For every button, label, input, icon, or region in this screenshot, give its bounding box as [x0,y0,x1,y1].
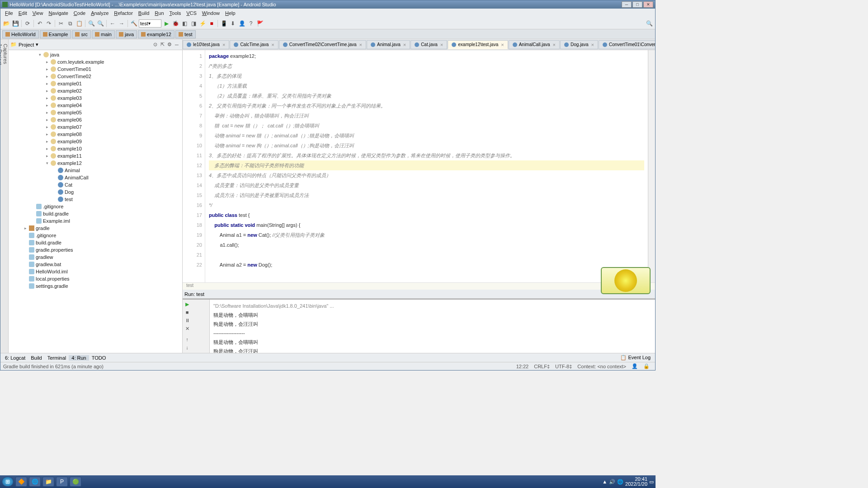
line-separator[interactable]: CRLF‡ [531,364,552,369]
tab-close-icon[interactable]: × [359,42,362,47]
menu-vcs[interactable]: VCS [184,10,199,16]
taskbar[interactable]: ⊞ 🔶 🌐 📁 P 🟢 ▲ 🔊 🌐 20:41 2022/1/20 ▭ [0,475,656,488]
menu-navigate[interactable]: Navigate [46,10,71,16]
close-button[interactable]: ✕ [643,1,653,8]
tree-node[interactable]: ▸example03 [9,94,182,102]
project-tab[interactable]: 1: Project [0,44,3,348]
editor-tab[interactable]: AnimalCall.java× [509,40,560,49]
redo-icon[interactable]: ↷ [45,19,53,28]
editor-crumb[interactable]: test [183,282,655,290]
tab-close-icon[interactable]: × [591,42,594,47]
menu-run[interactable]: Run [152,10,166,16]
tray-icon[interactable]: 🔊 [609,479,615,485]
breadcrumb-item[interactable]: test [175,30,196,38]
editor-tab[interactable]: le10\test.java× [183,40,229,49]
run-config-combo[interactable]: test ▾ [139,19,161,28]
tree-node[interactable]: ▸example09 [9,138,182,145]
menu-code[interactable]: Code [71,10,88,16]
project-mode-label[interactable]: Project [19,42,34,47]
tree-node[interactable]: ▸example11 [9,152,182,160]
taskbar-app-1[interactable]: 🔶 [15,477,27,487]
tree-node[interactable]: gradlew [9,253,182,261]
cursor-position[interactable]: 12:22 [514,364,532,369]
tree-node[interactable]: Example.iml [9,217,182,225]
hide-panel-icon[interactable]: ─ [173,41,180,48]
taskbar-chrome[interactable]: 🌐 [29,477,41,487]
tree-node[interactable]: settings.gradle [9,282,182,290]
stop-icon[interactable]: ■ [208,19,216,28]
file-encoding[interactable]: UTF-8‡ [552,364,575,369]
open-icon[interactable]: 📂 [2,19,10,28]
replace-icon[interactable]: 🔍 [96,19,104,28]
context-label[interactable]: Context: <no context> [575,364,629,369]
forward-icon[interactable]: → [118,19,126,28]
tree-node[interactable]: local.properties [9,275,182,282]
menu-window[interactable]: Window [199,10,222,16]
layout-icon[interactable]: 👤 [238,19,246,28]
taskbar-explorer[interactable]: 📁 [42,477,54,487]
stop-run-icon[interactable]: ■ [184,309,191,316]
tree-node[interactable]: build.gradle [9,210,182,217]
bottom-tab[interactable]: 6: Logcat [2,355,28,361]
tree-node[interactable]: .gitignore [9,203,182,210]
pause-icon[interactable]: ⏸ [184,317,191,324]
back-icon[interactable]: ← [108,19,117,28]
tree-node[interactable]: Cat [9,181,182,188]
floating-widget[interactable] [601,267,651,294]
tree-node[interactable]: ▸com.leyutek.example [9,58,182,66]
editor-scrollbar[interactable] [648,50,655,282]
tab-close-icon[interactable]: × [501,42,504,47]
menu-edit[interactable]: Edit [16,10,30,16]
run-header-label[interactable]: Run: test [184,291,204,297]
rerun-icon[interactable]: ▶ [184,300,191,308]
tab-close-icon[interactable]: × [222,42,225,47]
breadcrumb-item[interactable]: java [116,30,137,38]
breadcrumb-item[interactable]: main [92,30,115,38]
menu-refactor[interactable]: Refactor [111,10,136,16]
paste-icon[interactable]: 📋 [75,19,83,28]
tab-close-icon[interactable]: × [440,42,443,47]
tree-node[interactable]: ▸example05 [9,109,182,116]
code-editor[interactable]: 12345678910111213141516▶17▶1819202122 pa… [183,50,655,282]
editor-tab[interactable]: ConvertTime01\ConvertTime.java× [599,40,655,49]
system-tray[interactable]: ▲ 🔊 🌐 20:41 2022/1/20 ▭ [602,477,654,487]
build-icon[interactable]: 🔨 [130,19,138,28]
minimize-button[interactable]: ─ [622,1,632,8]
captures-tab[interactable]: Captures [3,44,8,348]
avd-icon[interactable]: 📱 [220,19,228,28]
apply-icon[interactable]: ⚡ [198,19,207,28]
menu-build[interactable]: Build [136,10,152,16]
bottom-tab[interactable]: Terminal [45,355,69,361]
tab-close-icon[interactable]: × [403,42,406,47]
attach-icon[interactable]: ◨ [189,19,198,28]
tree-node[interactable]: AnimalCall [9,174,182,181]
tree-node[interactable]: build.gradle [9,239,182,246]
stop2-icon[interactable]: 🚩 [256,19,264,28]
menu-view[interactable]: View [30,10,46,16]
menu-file[interactable]: File [2,10,16,16]
tree-node[interactable]: ▸example07 [9,123,182,131]
panel-settings-icon[interactable]: ⚙ [166,41,173,48]
editor-tab[interactable]: Dog.java× [560,40,598,49]
maximize-button[interactable]: □ [632,1,642,8]
breadcrumb-item[interactable]: example12 [138,30,175,38]
tree-node[interactable]: ▸example06 [9,116,182,123]
project-tree[interactable]: ▾java▸com.leyutek.example▸ConvertTime01▸… [9,50,182,353]
tree-node[interactable]: Animal [9,167,182,174]
tree-node[interactable]: ▾example12 [9,160,182,167]
tree-node[interactable]: ▸example04 [9,102,182,109]
find-icon[interactable]: 🔍 [87,19,95,28]
collapse-all-icon[interactable]: ⇱ [159,41,166,48]
editor-tab[interactable]: ConvertTime02\ConvertTime.java× [279,40,366,49]
breadcrumb-item[interactable]: src [72,30,91,38]
tree-node[interactable]: ▾java [9,51,182,58]
bottom-tab[interactable]: TODO [89,355,109,361]
undo-icon[interactable]: ↶ [36,19,44,28]
editor-tab[interactable]: CalcTime.java× [230,40,278,49]
editor-tab[interactable]: Cat.java× [410,40,447,49]
debug-icon[interactable]: 🐞 [171,19,179,28]
tree-node[interactable]: ▸ConvertTime01 [9,66,182,73]
save-icon[interactable]: 💾 [11,19,19,28]
tray-icon[interactable]: ▲ [602,479,607,484]
taskbar-android-studio[interactable]: 🟢 [70,477,81,487]
